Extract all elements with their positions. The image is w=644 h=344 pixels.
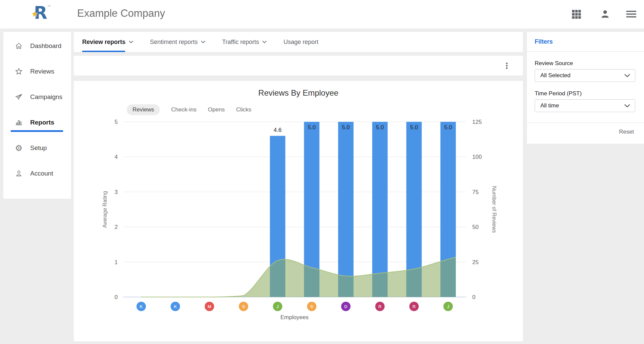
sidebar-item-reports[interactable]: Reports <box>3 110 71 135</box>
svg-text:3: 3 <box>115 189 118 195</box>
svg-text:0: 0 <box>115 294 118 300</box>
chevron-down-icon <box>201 41 205 44</box>
svg-text:R: R <box>413 304 416 309</box>
chart-card: Reviews By Employee Reviews Check-ins Op… <box>74 81 523 341</box>
svg-text:Number of Reviews: Number of Reviews <box>491 186 497 233</box>
filters-title: Filters <box>535 38 553 45</box>
filters-header: Filters <box>527 32 644 52</box>
svg-text:D: D <box>344 304 347 309</box>
review-source-value: All Selected <box>540 72 571 79</box>
svg-text:K: K <box>174 304 177 309</box>
sidebar-item-setup[interactable]: ⚙ Setup <box>3 135 71 161</box>
svg-text:4.6: 4.6 <box>274 127 282 133</box>
svg-text:4: 4 <box>115 154 118 160</box>
svg-text:125: 125 <box>472 119 482 125</box>
svg-text:Average Rating: Average Rating <box>102 191 108 228</box>
company-logo[interactable]: R ★ TM <box>32 4 49 23</box>
star-icon <box>15 67 23 76</box>
gear-icon: ⚙ <box>15 144 23 152</box>
svg-text:5.0: 5.0 <box>410 124 418 131</box>
review-source-dropdown[interactable]: All Selected <box>535 69 635 82</box>
svg-text:J: J <box>276 304 279 309</box>
reset-filters-link[interactable]: Reset <box>619 129 634 135</box>
user-icon <box>600 9 610 19</box>
svg-text:1: 1 <box>115 259 118 265</box>
logo-trademark: TM <box>47 5 51 7</box>
svg-text:0: 0 <box>472 294 475 300</box>
review-source-label: Review Source <box>535 60 573 67</box>
bar-chart-icon <box>15 118 23 127</box>
paper-plane-icon <box>15 93 23 101</box>
svg-text:5.0: 5.0 <box>342 124 350 131</box>
tab-review-reports[interactable]: Review reports <box>82 32 133 52</box>
svg-text:S: S <box>242 304 245 309</box>
sidebar-item-label: Setup <box>30 144 47 152</box>
time-period-label: Time Period (PST) <box>535 90 582 97</box>
chevron-down-icon <box>624 104 630 108</box>
tab-label: Sentiment reports <box>150 39 198 46</box>
logo-star-icon: ★ <box>31 9 39 19</box>
svg-text:5: 5 <box>115 119 118 125</box>
active-tab-underline <box>82 51 125 52</box>
svg-text:5.0: 5.0 <box>444 124 452 131</box>
reviews-by-employee-chart: 00125250375410051254.65.05.05.05.05.0KKM… <box>74 81 523 341</box>
company-name: Example Company <box>77 7 165 19</box>
menu-button[interactable] <box>625 7 638 21</box>
sidebar-item-label: Reports <box>30 119 54 126</box>
svg-text:25: 25 <box>472 259 479 265</box>
svg-text:100: 100 <box>472 154 482 160</box>
svg-text:R: R <box>378 304 382 309</box>
sidebar-item-label: Reviews <box>30 68 54 75</box>
sidebar-nav: Dashboard Reviews Campaigns Reports ⚙ Se… <box>3 32 71 199</box>
kebab-menu-icon <box>503 62 511 70</box>
tab-label: Traffic reports <box>222 39 259 46</box>
sidebar-item-account[interactable]: Account <box>3 161 71 186</box>
report-tabs-bar: Review reports Sentiment reports Traffic… <box>74 32 523 52</box>
svg-text:5.0: 5.0 <box>376 124 384 131</box>
tab-traffic-reports[interactable]: Traffic reports <box>222 32 267 52</box>
active-nav-underline <box>11 130 63 132</box>
report-toolbar <box>74 56 523 76</box>
app-header: R ★ TM Example Company <box>0 0 644 29</box>
sidebar-item-reviews[interactable]: Reviews <box>3 59 71 84</box>
home-icon <box>15 42 23 50</box>
apps-grid-button[interactable] <box>570 7 583 21</box>
svg-text:75: 75 <box>472 189 479 195</box>
tab-label: Usage report <box>283 39 318 46</box>
hamburger-icon <box>626 10 637 18</box>
tab-usage-report[interactable]: Usage report <box>283 32 318 52</box>
filters-divider <box>527 122 644 123</box>
apps-grid-icon <box>571 9 581 19</box>
svg-text:S: S <box>310 304 313 309</box>
svg-text:J: J <box>447 304 449 309</box>
time-period-dropdown[interactable]: All time <box>535 99 635 112</box>
sidebar-item-label: Campaigns <box>30 93 62 101</box>
sidebar-item-campaigns[interactable]: Campaigns <box>3 84 71 110</box>
tab-sentiment-reports[interactable]: Sentiment reports <box>150 32 205 52</box>
time-period-value: All time <box>540 102 559 109</box>
tab-label: Review reports <box>82 39 125 46</box>
svg-text:M: M <box>208 304 211 309</box>
user-account-button[interactable] <box>598 7 612 21</box>
sidebar-item-dashboard[interactable]: Dashboard <box>3 33 71 59</box>
svg-text:50: 50 <box>472 224 479 230</box>
sidebar-item-label: Dashboard <box>30 42 61 50</box>
svg-text:K: K <box>140 304 143 309</box>
filters-panel: Filters Review Source All Selected Time … <box>527 32 644 144</box>
svg-text:5.0: 5.0 <box>308 124 316 131</box>
sidebar-item-label: Account <box>30 170 53 177</box>
svg-text:Employees: Employees <box>280 314 309 321</box>
chevron-down-icon <box>129 41 133 44</box>
chevron-down-icon <box>262 41 267 44</box>
chevron-down-icon <box>624 74 630 78</box>
more-options-button[interactable] <box>500 59 514 72</box>
svg-text:2: 2 <box>115 224 118 230</box>
person-outline-icon <box>15 169 23 178</box>
